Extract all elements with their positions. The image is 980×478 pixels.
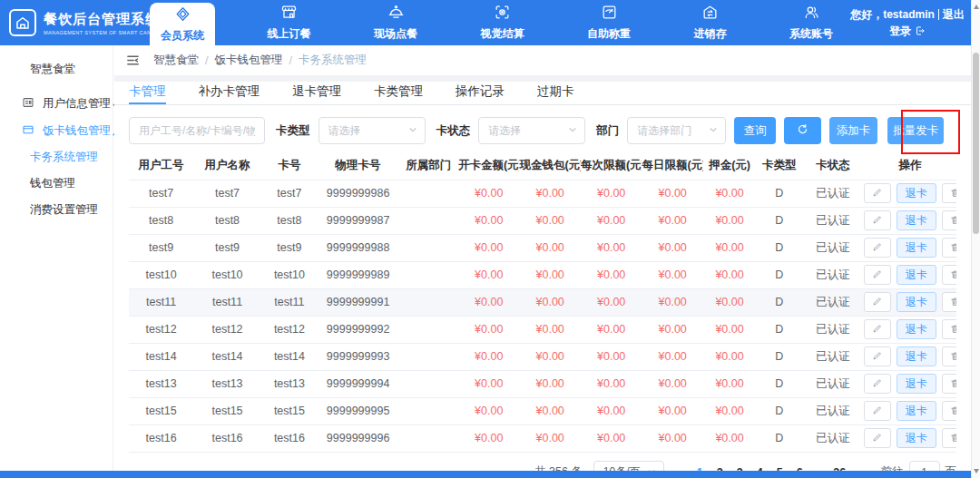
delete-card-button[interactable]	[942, 319, 956, 339]
tab-reissue-card[interactable]: 补办卡管理	[199, 82, 260, 104]
return-card-button[interactable]: 退卡	[897, 292, 936, 312]
open-amount-cell: ¥0.00	[458, 397, 519, 424]
nav-item-member-system[interactable]: 会员系统	[150, 3, 215, 45]
return-card-button[interactable]: 退卡	[897, 346, 936, 366]
tab-card-type[interactable]: 卡类管理	[374, 82, 423, 104]
nav-item-online-order[interactable]: 线上订餐	[257, 0, 322, 45]
delete-card-button[interactable]	[942, 238, 956, 258]
tab-card-mgmt[interactable]: 卡管理	[129, 82, 166, 104]
logout-icon[interactable]	[915, 24, 926, 37]
edit-card-button[interactable]	[864, 319, 891, 339]
delete-card-button[interactable]	[942, 401, 956, 421]
search-button[interactable]: 查询	[734, 117, 776, 144]
delete-card-button[interactable]	[942, 292, 956, 312]
nav-item-self-weigh[interactable]: 自助称重	[576, 0, 642, 45]
return-card-button[interactable]: 退卡	[897, 238, 936, 258]
per-limit-cell: ¥0.00	[581, 397, 642, 424]
sidebar-item-user-info[interactable]: 用户信息管理	[0, 90, 113, 117]
edit-pencil-icon	[872, 241, 882, 255]
keyword-search-input[interactable]	[129, 117, 265, 144]
card-no-header: 卡号	[261, 151, 318, 180]
card-status-cell: 已认证	[802, 316, 863, 343]
chevron-down-icon	[568, 124, 577, 137]
camera-scan-icon	[494, 4, 511, 24]
user-id-cell: test10	[129, 261, 193, 288]
card-type-select[interactable]: 请选择	[318, 117, 426, 144]
return-card-button[interactable]: 退卡	[897, 401, 936, 421]
deposit-cell: ¥0.00	[703, 316, 756, 343]
edit-card-button[interactable]	[864, 292, 891, 312]
user-session-area: 您好，testadmin退出登录	[849, 0, 965, 45]
return-card-button[interactable]: 退卡	[897, 374, 936, 394]
card-type-cell: D	[756, 343, 802, 370]
delete-card-button[interactable]	[942, 183, 956, 203]
physical-card-no-header: 物理卡号	[318, 151, 398, 180]
delete-card-button[interactable]	[942, 428, 956, 448]
edit-card-button[interactable]	[864, 265, 891, 285]
scroll-down-arrow-icon[interactable]	[974, 469, 979, 473]
nav-item-inventory[interactable]: 进销存	[683, 0, 738, 45]
sidebar-item-smart-canteen[interactable]: 智慧食堂	[0, 45, 113, 90]
department-select[interactable]: 请选择部门	[627, 117, 726, 144]
scrollbar[interactable]	[971, 0, 980, 478]
delete-card-button[interactable]	[942, 374, 956, 394]
user-id-cell: test12	[129, 316, 193, 343]
sidebar-item-card-wallet[interactable]: 饭卡钱包管理	[0, 117, 113, 144]
refresh-button[interactable]	[784, 117, 820, 144]
nav-item-system-account[interactable]: 系统账号	[779, 0, 844, 45]
chevron-down-icon	[408, 124, 417, 137]
table-row: test9test9test99999999988¥0.00¥0.00¥0.00…	[129, 234, 956, 261]
user-name-cell: test16	[193, 424, 261, 452]
card-status-header: 卡状态	[802, 151, 863, 180]
breadcrumb-item-home[interactable]: 智慧食堂	[153, 53, 199, 68]
return-card-button[interactable]: 退卡	[897, 210, 936, 230]
edit-pencil-icon	[872, 350, 882, 364]
edit-card-button[interactable]	[864, 346, 891, 366]
per-limit-cell: ¥0.00	[581, 288, 642, 316]
edit-card-button[interactable]	[864, 428, 891, 448]
user-name-header: 用户名称	[193, 151, 261, 180]
edit-card-button[interactable]	[864, 183, 891, 203]
daily-limit-cell: ¥0.00	[642, 397, 702, 424]
card-type-cell: D	[756, 316, 802, 343]
tab-expired-card[interactable]: 过期卡	[537, 82, 574, 104]
return-card-button[interactable]: 退卡	[897, 183, 936, 203]
add-card-button[interactable]: 添加卡	[829, 117, 878, 144]
return-card-button[interactable]: 退卡	[897, 319, 936, 339]
menu-collapse-icon[interactable]	[125, 53, 141, 68]
user-name-cell: test13	[193, 370, 261, 397]
daily-limit-cell: ¥0.00	[642, 424, 702, 452]
app-window: 餐饮后台管理系统 MANAGEMENT SYSTEM OF SMART CANT…	[0, 0, 980, 478]
edit-card-button[interactable]	[864, 374, 891, 394]
sidebar-item-wallet-mgmt[interactable]: 钱包管理	[0, 171, 113, 197]
tab-operation-log[interactable]: 操作记录	[456, 82, 505, 104]
delete-card-button[interactable]	[942, 210, 956, 230]
delete-card-button[interactable]	[942, 346, 956, 366]
app-logo: 餐饮后台管理系统 MANAGEMENT SYSTEM OF SMART CANT…	[9, 0, 166, 45]
nav-item-onsite-order[interactable]: 现场点餐	[363, 0, 428, 45]
table-row: test7test7test79999999986¥0.00¥0.00¥0.00…	[129, 180, 956, 207]
nav-item-visual-settle[interactable]: 视觉结算	[470, 0, 535, 45]
batch-issue-card-button[interactable]: 批量发卡	[887, 117, 944, 144]
card-status-select[interactable]: 请选择	[478, 117, 585, 144]
scrollbar-thumb[interactable]	[973, 53, 979, 234]
sidebar-item-card-system-mgmt[interactable]: 卡务系统管理	[0, 144, 113, 171]
user-name-cell: test10	[193, 261, 261, 288]
physical-card-no-cell: 9999999992	[318, 316, 398, 343]
sidebar-item-consume-settings[interactable]: 消费设置管理	[0, 197, 113, 223]
actions-cell: 退卡	[864, 397, 956, 424]
edit-card-button[interactable]	[864, 210, 891, 230]
breadcrumb-item-card-wallet[interactable]: 饭卡钱包管理	[214, 53, 282, 68]
breadcrumb-separator: /	[289, 54, 291, 67]
scroll-up-arrow-icon[interactable]	[974, 5, 979, 9]
edit-card-button[interactable]	[864, 238, 891, 258]
return-card-button[interactable]: 退卡	[897, 428, 936, 448]
physical-card-no-cell: 9999999988	[318, 234, 398, 261]
card-status-cell: 已认证	[802, 397, 863, 424]
tab-return-card[interactable]: 退卡管理	[292, 82, 341, 104]
delete-card-button[interactable]	[942, 265, 956, 285]
divider	[938, 9, 939, 20]
trash-icon	[950, 350, 956, 364]
return-card-button[interactable]: 退卡	[897, 265, 936, 285]
edit-card-button[interactable]	[864, 401, 891, 421]
